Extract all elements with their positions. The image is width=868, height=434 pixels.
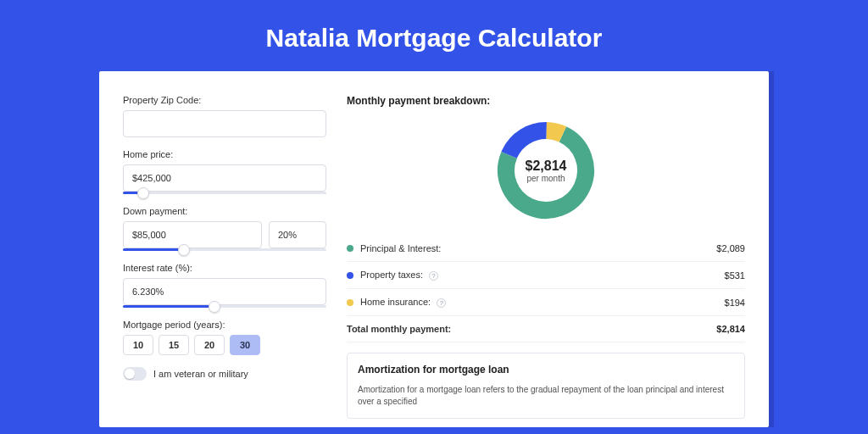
period-label: Mortgage period (years): (123, 320, 326, 330)
veteran-row: I am veteran or military (123, 367, 326, 381)
period-field-group: Mortgage period (years): 10 15 20 30 (123, 320, 326, 355)
down-payment-field-group: Down payment: (123, 206, 326, 251)
donut-chart: $2,814 per month (494, 119, 598, 222)
toggle-knob-icon (125, 369, 135, 379)
legend-label: Property taxes: ? (360, 270, 725, 281)
interest-rate-label: Interest rate (%): (123, 263, 326, 273)
slider-thumb-icon[interactable] (209, 301, 220, 313)
legend-dot-icon (347, 245, 353, 252)
veteran-toggle[interactable] (123, 367, 147, 381)
amortization-box: Amortization for mortgage loan Amortizat… (347, 353, 745, 419)
legend-value: $531 (725, 270, 745, 281)
period-option-10[interactable]: 10 (123, 335, 153, 355)
legend-row-insurance: Home insurance: ? $194 (347, 289, 745, 316)
interest-rate-field-group: Interest rate (%): (123, 263, 326, 308)
legend-row-principal: Principal & Interest: $2,089 (347, 236, 745, 262)
breakdown-heading: Monthly payment breakdown: (347, 95, 745, 107)
home-price-slider[interactable] (123, 192, 326, 194)
down-payment-amount-input[interactable] (123, 221, 262, 248)
page-title: Natalia Mortgage Calculator (0, 0, 868, 71)
period-option-15[interactable]: 15 (159, 335, 189, 355)
legend-label-text: Property taxes: (360, 270, 423, 280)
legend-value: $194 (725, 298, 745, 308)
veteran-label: I am veteran or military (153, 369, 248, 379)
total-value: $2,814 (716, 324, 745, 334)
legend-label-text: Home insurance: (360, 297, 431, 307)
calculator-card: Property Zip Code: Home price: Down paym… (99, 71, 769, 427)
legend-row-taxes: Property taxes: ? $531 (347, 262, 745, 289)
total-label: Total monthly payment: (347, 324, 716, 334)
home-price-input[interactable] (123, 164, 326, 192)
period-option-20[interactable]: 20 (194, 335, 225, 355)
donut-center: $2,814 per month (526, 159, 567, 183)
slider-thumb-icon[interactable] (137, 187, 149, 199)
down-payment-slider[interactable] (123, 248, 326, 251)
help-icon[interactable]: ? (429, 271, 438, 281)
home-price-field-group: Home price: (123, 149, 326, 194)
donut-chart-wrap: $2,814 per month (347, 119, 745, 222)
down-payment-percent-input[interactable] (269, 221, 326, 248)
legend-row-total: Total monthly payment: $2,814 (347, 316, 745, 342)
donut-amount: $2,814 (526, 159, 567, 174)
help-icon[interactable]: ? (437, 298, 446, 308)
legend-dot-icon (347, 299, 353, 306)
donut-unit: per month (526, 174, 567, 183)
legend-dot-icon (347, 272, 353, 279)
slider-thumb-icon[interactable] (178, 244, 190, 256)
amortization-title: Amortization for mortgage loan (358, 364, 734, 376)
amortization-text: Amortization for a mortgage loan refers … (358, 384, 734, 408)
period-options: 10 15 20 30 (123, 335, 326, 355)
interest-rate-input[interactable] (123, 278, 326, 305)
zip-field-group: Property Zip Code: (123, 95, 326, 137)
interest-rate-slider[interactable] (123, 305, 326, 308)
legend-label: Home insurance: ? (360, 297, 725, 308)
home-price-label: Home price: (123, 149, 326, 159)
form-column: Property Zip Code: Home price: Down paym… (123, 95, 326, 427)
legend-label: Principal & Interest: (360, 243, 716, 253)
legend-value: $2,089 (716, 243, 745, 253)
breakdown-column: Monthly payment breakdown: $2,814 per mo… (347, 95, 745, 427)
zip-label: Property Zip Code: (123, 95, 326, 105)
zip-input[interactable] (123, 110, 326, 137)
period-option-30[interactable]: 30 (230, 335, 260, 355)
down-payment-label: Down payment: (123, 206, 326, 216)
